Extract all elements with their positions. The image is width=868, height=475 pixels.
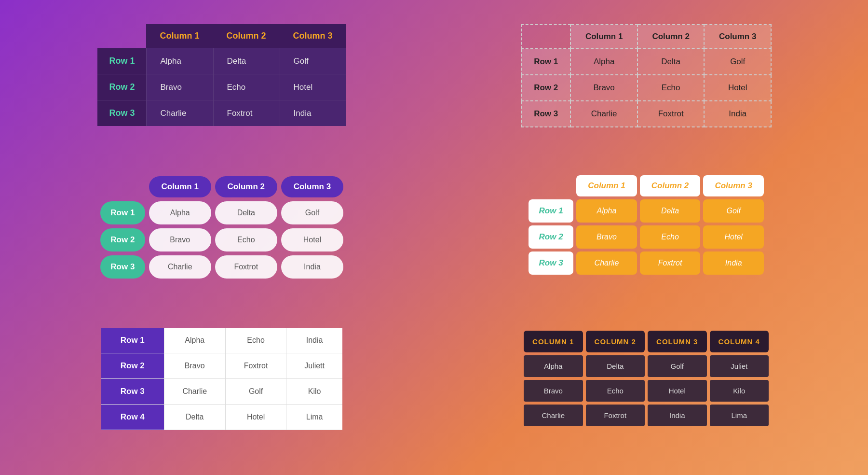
- table3-r1c3: Golf: [281, 201, 343, 224]
- table1-r2c2: Echo: [213, 74, 280, 100]
- table3-r3c1: Charlie: [149, 255, 211, 279]
- table5-r1c1: Alpha: [164, 328, 225, 353]
- table4-r3c1: Charlie: [576, 251, 637, 275]
- table6-wrapper: COLUMN 1 COLUMN 2 COLUMN 3 COLUMN 4 Alph…: [453, 328, 839, 456]
- table5: Row 1 Alpha Echo India Row 2 Bravo Foxtr…: [101, 328, 342, 430]
- table6-r2c2: Echo: [586, 380, 645, 402]
- table1-row1-header: Row 1: [97, 48, 146, 74]
- table4-r2c3: Hotel: [703, 225, 764, 249]
- table6-col2-header: COLUMN 2: [586, 331, 645, 352]
- table6-r2c3: Hotel: [648, 380, 707, 402]
- table4-r2c1: Bravo: [576, 225, 637, 249]
- table3-r1c2: Delta: [215, 201, 277, 224]
- table4-col2-header: Column 2: [640, 175, 701, 196]
- table4-r1c1: Alpha: [576, 199, 637, 223]
- table6-col1-header: COLUMN 1: [524, 331, 583, 352]
- table2-r2c2: Echo: [637, 75, 705, 101]
- table1-r1c2: Delta: [213, 48, 280, 74]
- table3-wrapper: Column 1 Column 2 Column 3 Row 1 Alpha D…: [29, 172, 415, 308]
- table1-r1c1: Alpha: [146, 48, 213, 74]
- table5-r3c3: Kilo: [286, 378, 342, 404]
- table1-r2c1: Bravo: [146, 74, 213, 100]
- table5-row4-header: Row 4: [101, 404, 164, 430]
- table1-r3c1: Charlie: [146, 100, 213, 126]
- table2-r3c2: Foxtrot: [637, 101, 705, 127]
- table5-r2c3: Juliett: [286, 353, 342, 378]
- table4-r1c2: Delta: [640, 199, 701, 223]
- table2-col3-header: Column 3: [704, 25, 771, 49]
- table3-r2c2: Echo: [215, 228, 277, 251]
- table6-col4-header: COLUMN 4: [710, 331, 769, 352]
- table5-r3c2: Golf: [225, 378, 286, 404]
- table1-row2-header: Row 2: [97, 74, 146, 100]
- table6-r1c1: Alpha: [524, 355, 583, 377]
- table1-r2c3: Hotel: [280, 74, 346, 100]
- table4-row3-header: Row 3: [529, 251, 573, 275]
- table4-col3-header: Column 3: [703, 175, 764, 196]
- table4-r1c3: Golf: [703, 199, 764, 223]
- table3-r3c2: Foxtrot: [215, 255, 277, 279]
- table1-wrapper: Column 1 Column 2 Column 3 Row 1 Alpha D…: [29, 19, 415, 153]
- table3-r2c1: Bravo: [149, 228, 211, 251]
- table2-col1-header: Column 1: [570, 25, 637, 49]
- table5-r4c3: Lima: [286, 404, 342, 430]
- table5-r4c2: Hotel: [225, 404, 286, 430]
- table2-r3c1: Charlie: [570, 101, 637, 127]
- table6-r2c4: Kilo: [710, 380, 769, 402]
- table3-col2-header: Column 2: [215, 176, 277, 197]
- table3-col3-header: Column 3: [281, 176, 343, 197]
- table4-wrapper: Column 1 Column 2 Column 3 Row 1 Alpha D…: [453, 172, 839, 308]
- table1-r3c3: India: [280, 100, 346, 126]
- table3-col1-header: Column 1: [149, 176, 211, 197]
- table2-r1c1: Alpha: [570, 49, 637, 75]
- table2-wrapper: Column 1 Column 2 Column 3 Row 1 Alpha D…: [453, 19, 839, 153]
- table2-row2-header: Row 2: [521, 75, 570, 101]
- table1-col1-header: Column 1: [146, 24, 213, 48]
- table3: Column 1 Column 2 Column 3 Row 1 Alpha D…: [96, 172, 347, 282]
- table1-r3c2: Foxtrot: [213, 100, 280, 126]
- table5-r1c2: Echo: [225, 328, 286, 353]
- table6-r3c1: Charlie: [524, 405, 583, 426]
- table1-col3-header: Column 3: [280, 24, 346, 48]
- page-container: Column 1 Column 2 Column 3 Row 1 Alpha D…: [0, 0, 868, 475]
- table6-r3c2: Foxtrot: [586, 405, 645, 426]
- table5-r3c1: Charlie: [164, 378, 225, 404]
- table4-row2-header: Row 2: [529, 225, 573, 249]
- table5-row2-header: Row 2: [101, 353, 164, 378]
- table1-row3-header: Row 3: [97, 100, 146, 126]
- table5-r4c1: Delta: [164, 404, 225, 430]
- table1-col2-header: Column 2: [213, 24, 280, 48]
- table3-row2-header: Row 2: [100, 228, 145, 251]
- table2-row1-header: Row 1: [521, 49, 570, 75]
- table4-r2c2: Echo: [640, 225, 701, 249]
- table2-r2c1: Bravo: [570, 75, 637, 101]
- table4-col1-header: Column 1: [576, 175, 637, 196]
- table6-r2c1: Bravo: [524, 380, 583, 402]
- table6-r1c4: Juliet: [710, 355, 769, 377]
- table5-row1-header: Row 1: [101, 328, 164, 353]
- table6-col3-header: COLUMN 3: [648, 331, 707, 352]
- table4-row1-header: Row 1: [529, 199, 573, 223]
- table5-r2c2: Foxtrot: [225, 353, 286, 378]
- table4-r3c2: Foxtrot: [640, 251, 701, 275]
- table2-r1c3: Golf: [704, 49, 771, 75]
- table2-r1c2: Delta: [637, 49, 705, 75]
- table6-r3c3: India: [648, 405, 707, 426]
- table5-row3-header: Row 3: [101, 378, 164, 404]
- table6-r1c3: Golf: [648, 355, 707, 377]
- table2: Column 1 Column 2 Column 3 Row 1 Alpha D…: [521, 24, 772, 127]
- table2-r2c3: Hotel: [704, 75, 771, 101]
- table2-r3c3: India: [704, 101, 771, 127]
- table4: Column 1 Column 2 Column 3 Row 1 Alpha D…: [526, 172, 767, 278]
- table6: COLUMN 1 COLUMN 2 COLUMN 3 COLUMN 4 Alph…: [521, 328, 772, 429]
- table5-wrapper: Row 1 Alpha Echo India Row 2 Bravo Foxtr…: [29, 328, 415, 456]
- table6-r3c4: Lima: [710, 405, 769, 426]
- table4-r3c3: India: [703, 251, 764, 275]
- table5-r2c1: Bravo: [164, 353, 225, 378]
- table1-r1c3: Golf: [280, 48, 346, 74]
- table1: Column 1 Column 2 Column 3 Row 1 Alpha D…: [97, 24, 346, 126]
- table2-col2-header: Column 2: [637, 25, 705, 49]
- table3-r1c1: Alpha: [149, 201, 211, 224]
- table3-row3-header: Row 3: [100, 255, 145, 279]
- table2-row3-header: Row 3: [521, 101, 570, 127]
